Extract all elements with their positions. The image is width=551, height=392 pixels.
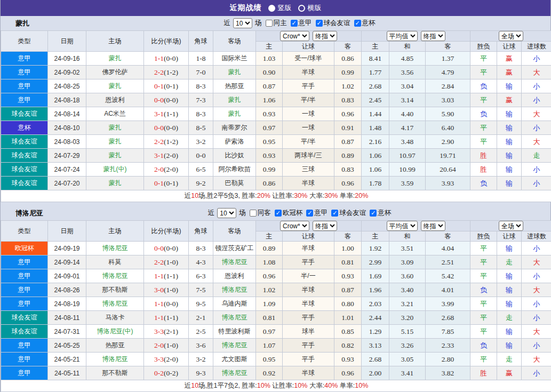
away-team[interactable]: 蒙扎	[213, 107, 256, 121]
match-type-badge: 球会友谊	[1, 135, 48, 149]
home-team[interactable]: 博洛尼亚	[86, 269, 144, 283]
corner-score: 9-3	[189, 366, 213, 380]
home-team[interactable]: 蒙扎	[86, 149, 144, 163]
home-team[interactable]: 科莫	[86, 255, 144, 269]
away-team[interactable]: 比沙奴	[213, 149, 256, 163]
away-team[interactable]: 尤文图斯	[213, 353, 256, 366]
fullmatch-select[interactable]: 全场	[499, 31, 523, 41]
home-team[interactable]: 博洛尼亚	[86, 242, 144, 255]
away-team[interactable]: 恩波利	[213, 269, 256, 283]
fulltime-score: 2-2	[154, 258, 164, 266]
radio-unselected-icon[interactable]	[298, 5, 305, 12]
filter-league-checkbox[interactable]: ✓球会友谊	[331, 209, 366, 218]
fullmatch-select[interactable]: 全场	[499, 221, 523, 231]
away-team[interactable]: 博洛尼亚	[213, 311, 256, 325]
away-team[interactable]: 热那亚	[213, 79, 256, 93]
home-team[interactable]: 那不勒斯	[86, 366, 144, 380]
home-team[interactable]: 佛罗伦萨	[86, 66, 144, 79]
filter-league-checkbox[interactable]: ✓意甲	[306, 209, 328, 218]
filter-league-checkbox[interactable]: ✓意甲	[291, 19, 312, 28]
match-score: 1-1(0-0)	[144, 52, 189, 66]
halftime-score: (0-1)	[164, 179, 178, 187]
home-team[interactable]: AC米兰	[86, 107, 144, 121]
away-team[interactable]: 蒙扎	[213, 66, 256, 79]
home-team[interactable]: 蒙扎	[86, 79, 144, 93]
result-goals: 小	[522, 339, 551, 353]
home-team[interactable]: 蒙扎	[86, 177, 144, 190]
filter-league-checkbox[interactable]: ✓欧冠杯	[275, 209, 303, 218]
radio-vertical[interactable]: 竖版	[268, 3, 292, 13]
away-team[interactable]: 南蒂罗尔	[213, 121, 256, 135]
away-team[interactable]: 博洛尼亚	[213, 366, 256, 380]
bookmaker-select[interactable]: Crow*	[280, 31, 309, 41]
away-team[interactable]: 蒙扎	[213, 93, 256, 107]
match-row: 意甲24-08-25蒙扎0-1(0-1)8-3热那亚0.87平手1.022.68…	[1, 79, 551, 93]
recent-count-select[interactable]: 10	[233, 18, 252, 28]
away-team[interactable]: 阿尔希欧苗	[213, 163, 256, 177]
summary-stat-label: 场,胜2平5负3, 胜率:	[198, 192, 257, 199]
recent-count-select[interactable]: 10	[217, 208, 236, 218]
average-select[interactable]: 平均值	[387, 221, 418, 231]
home-team[interactable]: 博洛尼亚(中)	[86, 325, 144, 339]
avg-home-odds: 2.16	[362, 135, 389, 149]
summary-stat-value: 10%	[257, 382, 270, 389]
handicap-away-odds: 1.00	[334, 242, 362, 255]
column-subheader: 客	[426, 42, 470, 52]
filter-same-checkbox[interactable]: 同客	[250, 209, 271, 218]
result-goals: 小	[522, 297, 551, 311]
home-team[interactable]: 蒙扎	[86, 135, 144, 149]
away-team[interactable]: 博洛尼亚	[213, 339, 256, 353]
away-team[interactable]: 顿涅茨克矿工	[213, 242, 256, 255]
match-row: 球会友谊24-07-31博洛尼亚(中)3-3(2-1)2-5特里波利斯0.97球…	[1, 325, 551, 339]
home-team[interactable]: 马洛卡	[86, 311, 144, 325]
handicap-away-odds: 0.89	[334, 149, 362, 163]
handicap-home-odds: 0.90	[256, 66, 283, 79]
result-outcome: 负	[470, 177, 497, 190]
home-team[interactable]: 蒙扎(中)	[86, 163, 144, 177]
home-team[interactable]: 热那亚	[86, 339, 144, 353]
away-team[interactable]: 萨索洛	[213, 135, 256, 149]
home-team[interactable]: 那不勒斯	[86, 283, 144, 297]
match-score: 3-1(2-0)	[144, 149, 189, 163]
filter-league-checkbox[interactable]: ✓意杯	[370, 209, 391, 218]
checkbox-label: 意杯	[362, 19, 376, 28]
filter-league-checkbox[interactable]: ✓意杯	[354, 19, 376, 28]
away-team[interactable]: 国际米兰	[213, 52, 256, 66]
filter-league-checkbox[interactable]: ✓球会友谊	[316, 19, 350, 28]
result-handicap: 输	[497, 339, 522, 353]
handicap-away-odds: 0.83	[334, 163, 362, 177]
corner-score: 7-5	[189, 283, 213, 297]
home-team[interactable]: 博洛尼亚	[86, 353, 144, 366]
fulltime-score: 0-0	[154, 96, 164, 104]
home-team[interactable]: 博洛尼亚	[86, 297, 144, 311]
away-team[interactable]: 巴勒莫	[213, 177, 256, 190]
column-subheader: 和	[389, 231, 426, 242]
handicap-away-odds: 0.87	[334, 135, 362, 149]
index-type-select[interactable]: 终指	[313, 31, 337, 41]
away-team[interactable]: 博洛尼亚	[213, 255, 256, 269]
index-type-select-2[interactable]: 终指	[421, 221, 445, 231]
filter-same-checkbox[interactable]: 同主	[266, 19, 287, 28]
summary-stat-label: 近	[185, 192, 191, 199]
radio-selected-icon[interactable]	[268, 5, 275, 12]
avg-away-odds: 4.01	[426, 283, 470, 297]
match-type-badge: 意甲	[1, 79, 48, 93]
halftime-score: (1-1)	[164, 110, 178, 118]
avg-home-odds: 2.44	[362, 311, 389, 325]
bookmaker-select[interactable]: Crow*	[280, 221, 309, 231]
index-type-select[interactable]: 终指	[313, 221, 337, 231]
away-team[interactable]: 乌迪内斯	[213, 297, 256, 311]
away-team[interactable]: 特里波利斯	[213, 325, 256, 339]
index-type-select-2[interactable]: 终指	[421, 31, 445, 41]
away-team[interactable]: 博洛尼亚	[213, 283, 256, 297]
radio-horizontal[interactable]: 横版	[298, 3, 322, 13]
result-goals: 大	[522, 66, 551, 79]
fulltime-score: 1-1	[154, 272, 164, 280]
average-select[interactable]: 平均值	[387, 31, 418, 41]
result-handicap: 输	[497, 121, 522, 135]
home-team[interactable]: 恩波利	[86, 93, 144, 107]
home-team[interactable]: 蒙扎	[86, 52, 144, 66]
home-team[interactable]: 蒙扎	[86, 121, 144, 135]
result-outcome: 负	[470, 79, 497, 93]
results-table: 类型日期主场比分(半场)角球客场Crow*终指平均值终指全场主让球客主和客胜负让…	[1, 30, 551, 202]
